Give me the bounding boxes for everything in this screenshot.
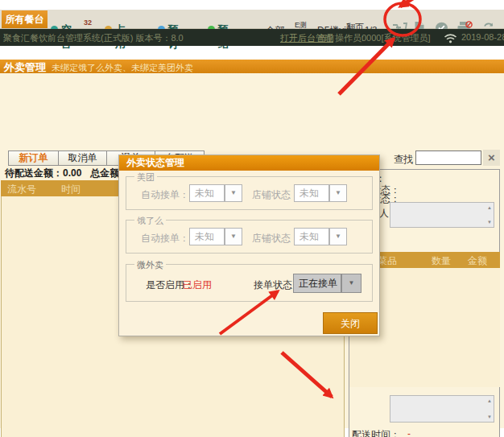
meituan-auto-accept-label: 自动接单： [141, 188, 189, 202]
app-title: 聚食汇餐饮前台管理系统(正式版) 版本号：8.0 [3, 32, 184, 44]
takeout-status-modal: 外卖状态管理 美团 自动接单： 未知 ▼ 店铺状态： 未知 ▼ 饿了么 自动接单… [118, 155, 380, 336]
meituan-shop-dropdown-icon[interactable]: ▼ [329, 184, 347, 202]
eleme-shop-status-label: 店铺状态： [252, 232, 300, 245]
delivery-time-value: - [407, 428, 411, 437]
region-line1: E测 [290, 21, 312, 29]
meituan-section: 美团 自动接单： 未知 ▼ 店铺状态： 未知 ▼ [126, 176, 373, 210]
eleme-section: 饿了么 自动接单： 未知 ▼ 店铺状态： 未知 ▼ [126, 220, 373, 254]
col-dish: 菜品 [378, 254, 397, 268]
legend-free-count: 32 [84, 19, 92, 27]
all-tables-button[interactable]: 所有餐台 [2, 10, 48, 28]
weiwaimai-section: 微外卖 是否启用： 已启用 接单状态： 正在接单 ▼ [126, 264, 373, 302]
pending-amount: 待配送金额：0.00 [5, 167, 81, 180]
remark-textarea[interactable]: ▲ ▼ [390, 395, 494, 423]
meituan-shop-status-label: 店铺状态： [252, 188, 300, 202]
eleme-shop-status-select[interactable]: 未知 [294, 228, 329, 245]
modal-close-button[interactable]: 关闭 [323, 312, 378, 334]
enabled-value: 已启用 [183, 278, 212, 292]
scroll-up-icon[interactable]: ▲ [487, 398, 492, 403]
eleme-auto-dropdown-icon[interactable]: ▼ [225, 228, 242, 245]
modal-title: 外卖状态管理 [119, 155, 379, 171]
scroll-up-icon[interactable]: ▲ [487, 205, 492, 210]
accept-status-select[interactable]: 正在接单 [293, 274, 341, 293]
delivery-time-label: 配送时间： [352, 428, 400, 437]
col-amount: 金额 [468, 254, 487, 268]
takeout-window-titlebar: 外卖管理 未绑定饿了么外卖、未绑定美团外卖 [0, 60, 504, 73]
accept-status-dropdown-icon[interactable]: ▼ [341, 274, 361, 293]
eleme-legend: 饿了么 [134, 215, 166, 227]
pending-amount-value: 0.00 [63, 167, 81, 179]
tab-new-order[interactable]: 新订单 [8, 150, 59, 166]
top-bar: 所有餐台 空台 32 占用 预订 预结 全部 E测 试区域 D5楼vip 翻页 … [0, 10, 504, 29]
col-quantity: 数量 [432, 254, 451, 268]
col-time: 时间 [61, 183, 81, 196]
scroll-down-icon[interactable]: ▼ [487, 414, 492, 419]
pos-screen: 所有餐台 空台 32 占用 预订 预结 全部 E测 试区域 D5楼vip 翻页 … [0, 0, 504, 437]
datetime: 2019-08-28 09:47:46 [461, 32, 504, 42]
scroll-down-icon[interactable]: ▼ [487, 220, 492, 225]
eleme-auto-accept-label: 自动接单： [141, 232, 189, 245]
meituan-auto-dropdown-icon[interactable]: ▼ [225, 184, 242, 202]
wifi-icon [444, 32, 457, 47]
close-search-icon[interactable]: × [483, 150, 500, 166]
pending-amount-label: 待配送金额： [5, 167, 63, 179]
search-input[interactable] [415, 150, 481, 165]
binding-notice: 未绑定饿了么外卖、未绑定美团外卖 [52, 62, 193, 74]
receiver-textarea[interactable]: ▲ ▼ [390, 202, 494, 228]
annotation-arrow-top [400, 0, 418, 6]
meituan-auto-accept-select[interactable]: 未知 [189, 184, 225, 202]
eleme-shop-dropdown-icon[interactable]: ▼ [329, 228, 347, 245]
meituan-legend: 美团 [134, 171, 157, 183]
tab-cancel-order[interactable]: 取消单 [58, 150, 107, 166]
eleme-auto-accept-select[interactable]: 未知 [189, 228, 225, 245]
operator-value: 0000[系统管理员] [361, 32, 431, 44]
col-serial: 流水号 [7, 183, 36, 196]
meituan-shop-status-select[interactable]: 未知 [294, 184, 329, 202]
status-bar: 聚食汇餐饮前台管理系统(正式版) 版本号：8.0 打开后台管理 当前操作员: 0… [0, 29, 504, 46]
weiwaimai-legend: 微外卖 [134, 259, 166, 271]
operator-label: 当前操作员: [317, 32, 364, 44]
